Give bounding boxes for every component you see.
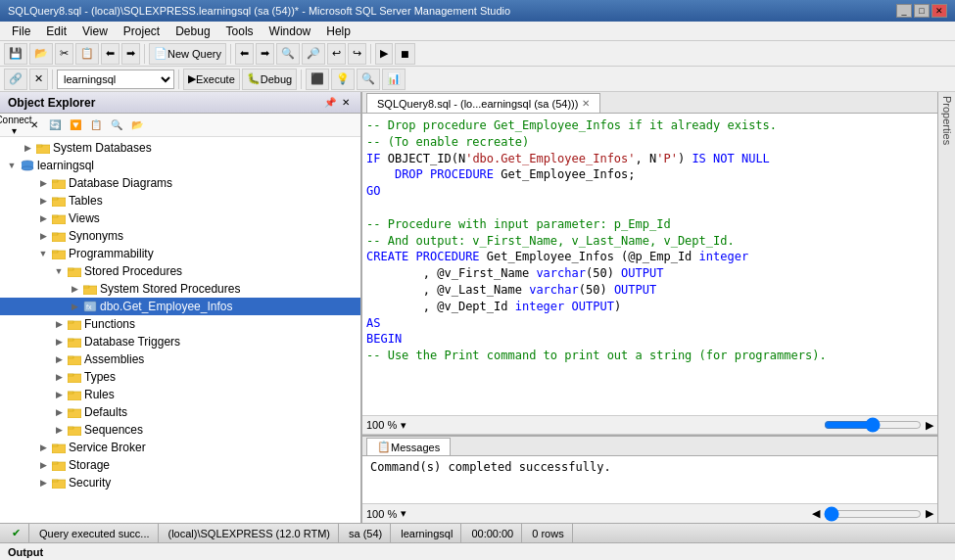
pin-button[interactable]: 📌 <box>323 96 337 110</box>
code-line-11: , @v_Last_Name varchar(50) OUTPUT <box>366 282 933 299</box>
toolbar-btn-8[interactable]: ➡ <box>256 43 274 65</box>
refresh-button[interactable]: 🔄 <box>45 116 65 135</box>
menu-view[interactable]: View <box>74 23 116 40</box>
toolbar-btn-2[interactable]: 📂 <box>29 43 53 65</box>
toolbar-btn-5[interactable]: ⬅ <box>101 43 119 65</box>
expand-dbtriggers[interactable]: ▶ <box>51 334 67 350</box>
filter-button[interactable]: 🔽 <box>66 116 85 135</box>
zoom-slider-results[interactable] <box>824 506 922 522</box>
toolbar2-btn-4[interactable]: 💡 <box>331 69 355 90</box>
tree-item-assemblies[interactable]: ▶ Assemblies <box>0 350 360 368</box>
tree-item-views[interactable]: ▶ Views <box>0 210 360 227</box>
tree-item-dbtriggers[interactable]: ▶ Database Triggers <box>0 333 360 350</box>
tree-item-systemprocs[interactable]: ▶ System Stored Procedures <box>0 280 360 298</box>
toolbar-btn-10[interactable]: 🔎 <box>302 43 325 65</box>
expand-storage[interactable]: ▶ <box>35 457 51 473</box>
tree-item-tables[interactable]: ▶ Tables <box>0 192 360 210</box>
debug-button[interactable]: 🐛 Debug <box>242 69 297 90</box>
tree-item-programmability[interactable]: ▼ Programmability <box>0 245 360 262</box>
zoom-bar-editor: 100 % ▾ ▶ <box>362 415 937 435</box>
menu-file[interactable]: File <box>4 23 38 40</box>
tree-item-systemdb[interactable]: ▶ System Databases <box>0 139 360 157</box>
editor-tab-main[interactable]: SQLQuery8.sql - (lo...earningsql (sa (54… <box>366 93 600 113</box>
toolbar-btn-13[interactable]: ▶ <box>375 43 393 65</box>
tree-item-storedprocs[interactable]: ▼ Stored Procedures <box>0 262 360 280</box>
tree-item-security[interactable]: ▶ Security <box>0 474 360 491</box>
expand-rules[interactable]: ▶ <box>51 387 67 402</box>
tab-close-button[interactable]: ✕ <box>582 98 590 109</box>
toolbar-btn-6[interactable]: ➡ <box>121 43 140 65</box>
scroll-left-results[interactable]: ◀ <box>812 507 820 520</box>
tree-item-servicebroker[interactable]: ▶ Service Broker <box>0 439 360 456</box>
expand-sequences[interactable]: ▶ <box>51 422 67 438</box>
expand-servicebroker[interactable]: ▶ <box>35 440 51 455</box>
menu-edit[interactable]: Edit <box>38 23 74 40</box>
expand-systemdb[interactable]: ▶ <box>20 140 35 156</box>
minimize-button[interactable]: _ <box>896 4 912 18</box>
tree-item-learningsql[interactable]: ▼ learningsql <box>0 157 360 174</box>
tree-item-functions[interactable]: ▶ Functions <box>0 315 360 333</box>
menu-project[interactable]: Project <box>116 23 167 40</box>
toolbar-btn-9[interactable]: 🔍 <box>276 43 300 65</box>
expand-types[interactable]: ▶ <box>51 369 67 385</box>
expand-learningsql[interactable]: ▼ <box>4 158 20 173</box>
toolbar-btn-14[interactable]: ⏹ <box>395 43 415 65</box>
expand-dbo-proc[interactable]: ▶ <box>67 299 82 314</box>
header-close-button[interactable]: ✕ <box>339 96 353 110</box>
db-selector[interactable]: learningsql <box>57 70 174 89</box>
tree-item-rules[interactable]: ▶ Rules <box>0 386 360 403</box>
toolbar-btn-11[interactable]: ↩ <box>327 43 346 65</box>
menu-window[interactable]: Window <box>262 23 319 40</box>
expand-storedprocs[interactable]: ▼ <box>51 263 67 279</box>
zoom-right-arrow[interactable]: ▶ <box>926 419 933 432</box>
tree-item-storage[interactable]: ▶ Storage <box>0 456 360 474</box>
toolbar2-btn-5[interactable]: 🔍 <box>357 69 380 90</box>
new-query-button[interactable]: 📄 New Query <box>149 43 226 65</box>
toolbar-btn-1[interactable]: 💾 <box>4 43 27 65</box>
toolbar-btn-12[interactable]: ↪ <box>348 43 366 65</box>
toolbar2-btn-3[interactable]: ⬛ <box>306 69 329 90</box>
tree-item-synonyms[interactable]: ▶ Synonyms <box>0 227 360 245</box>
expand-security[interactable]: ▶ <box>35 475 51 490</box>
code-line-9: CREATE PROCEDURE Get_Employee_Infos (@p_… <box>366 249 933 265</box>
expand-functions[interactable]: ▶ <box>51 316 67 332</box>
connect-button[interactable]: Connect ▾ <box>4 116 24 135</box>
expand-diagrams[interactable]: ▶ <box>35 175 51 191</box>
toolbar-btn-4[interactable]: 📋 <box>75 43 99 65</box>
toolbar2-btn-6[interactable]: 📊 <box>382 69 406 90</box>
menu-help[interactable]: Help <box>318 23 358 40</box>
code-editor[interactable]: -- Drop procedure Get_Employee_Infos if … <box>362 114 937 415</box>
toolbar2-btn-2[interactable]: ✕ <box>29 69 48 90</box>
scroll-right-results[interactable]: ▶ <box>926 507 933 520</box>
disconnect-button[interactable]: ✕ <box>24 116 44 135</box>
results-tab-messages[interactable]: 📋 Messages <box>366 438 451 455</box>
zoom-slider[interactable] <box>824 417 922 433</box>
tree-item-dbo-proc[interactable]: ▶ fx dbo.Get_Employee_Infos <box>0 298 360 315</box>
oe-btn-2[interactable]: 🔍 <box>107 116 126 135</box>
oe-btn-1[interactable]: 📋 <box>86 116 106 135</box>
close-button[interactable]: ✕ <box>931 4 947 18</box>
toolbar2-sep-1 <box>52 70 53 89</box>
expand-programmability[interactable]: ▼ <box>35 246 51 261</box>
expand-defaults[interactable]: ▶ <box>51 404 67 420</box>
zoom-dropdown-icon[interactable]: ▾ <box>401 419 406 432</box>
expand-views[interactable]: ▶ <box>35 210 51 226</box>
execute-button[interactable]: ▶ Execute <box>183 69 240 90</box>
tree-item-types[interactable]: ▶ Types <box>0 368 360 386</box>
toolbar2-btn-1[interactable]: 🔗 <box>4 69 27 90</box>
menu-debug[interactable]: Debug <box>167 23 217 40</box>
menu-tools[interactable]: Tools <box>218 23 262 40</box>
zoom-dropdown-results-icon[interactable]: ▾ <box>401 507 406 520</box>
expand-synonyms[interactable]: ▶ <box>35 228 51 244</box>
tree-item-diagrams[interactable]: ▶ Database Diagrams <box>0 174 360 192</box>
toolbar-btn-3[interactable]: ✂ <box>55 43 73 65</box>
expand-tables[interactable]: ▶ <box>35 193 51 209</box>
maximize-button[interactable]: □ <box>914 4 930 18</box>
expand-assemblies[interactable]: ▶ <box>51 351 67 367</box>
oe-btn-3[interactable]: 📂 <box>127 116 147 135</box>
tree-item-sequences[interactable]: ▶ Sequences <box>0 421 360 439</box>
tree-item-defaults[interactable]: ▶ Defaults <box>0 403 360 421</box>
expand-systemprocs[interactable]: ▶ <box>67 281 82 297</box>
toolbar-btn-7[interactable]: ⬅ <box>235 43 254 65</box>
tree-view[interactable]: ▶ System Databases ▼ learningsql ▶ <box>0 137 360 523</box>
